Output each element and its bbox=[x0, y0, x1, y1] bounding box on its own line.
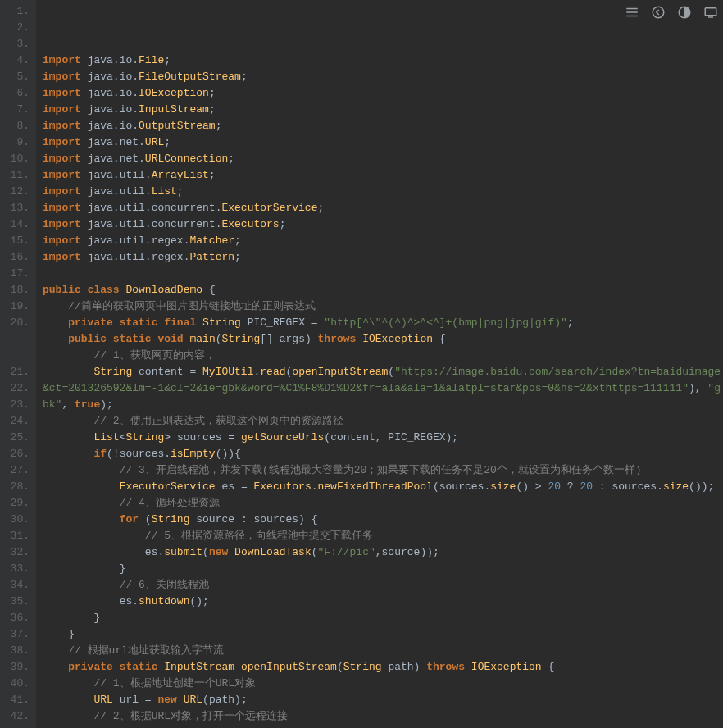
code-line[interactable]: import java.util.concurrent.Executors; bbox=[43, 216, 723, 233]
screen-icon[interactable] bbox=[703, 5, 718, 25]
code-line[interactable]: URLConnection conn = url.openConnection(… bbox=[43, 725, 723, 728]
svg-point-0 bbox=[653, 7, 664, 18]
code-editor: 1.2.3.4.5.6.7.8.9.10.11.12.13.14.15.16.1… bbox=[0, 0, 723, 728]
code-line[interactable]: import java.util.ArrayList; bbox=[43, 167, 723, 184]
code-line[interactable]: private static InputStream openInputStre… bbox=[43, 659, 723, 676]
code-line[interactable]: //简单的获取网页中图片图片链接地址的正则表达式 bbox=[43, 298, 723, 315]
back-icon[interactable] bbox=[651, 5, 666, 25]
code-line[interactable]: URL url = new URL(path); bbox=[43, 692, 723, 708]
code-line[interactable]: for (String source : sources) { bbox=[43, 512, 723, 528]
code-line[interactable]: import java.io.IOException; bbox=[43, 85, 723, 102]
code-line[interactable]: ExecutorService es = Executors.newFixedT… bbox=[43, 479, 723, 495]
code-line[interactable]: // 3、开启线程池，并发下载(线程池最大容量为20；如果要下载的任务不足20个… bbox=[43, 462, 723, 479]
code-line[interactable]: // 2、使用正则表达式，获取这个网页中的资源路径 bbox=[43, 413, 723, 430]
code-line[interactable]: import java.util.concurrent.ExecutorServ… bbox=[43, 200, 723, 216]
code-area[interactable]: import java.io.File;import java.io.FileO… bbox=[36, 0, 723, 728]
code-line[interactable]: if(!sources.isEmpty()){ bbox=[43, 446, 723, 462]
code-line[interactable]: // 4、循环处理资源 bbox=[43, 495, 723, 512]
code-line[interactable]: // 1、获取网页的内容， bbox=[43, 348, 723, 364]
code-line[interactable]: import java.io.OutputStream; bbox=[43, 118, 723, 134]
code-line[interactable]: // 2、根据URL对象，打开一个远程连接 bbox=[43, 708, 723, 725]
code-line[interactable]: es.submit(new DownLoadTask("F://pic",sou… bbox=[43, 544, 723, 561]
code-line[interactable] bbox=[43, 266, 723, 282]
code-line[interactable]: // 1、根据地址创建一个URL对象 bbox=[43, 676, 723, 692]
code-line[interactable]: // 6、关闭线程池 bbox=[43, 577, 723, 594]
code-line[interactable]: import java.util.regex.Matcher; bbox=[43, 233, 723, 249]
list-icon[interactable] bbox=[625, 5, 639, 25]
code-line[interactable]: } bbox=[43, 561, 723, 577]
code-line[interactable]: import java.io.File; bbox=[43, 52, 723, 69]
code-line[interactable]: import java.util.List; bbox=[43, 184, 723, 200]
code-line[interactable]: import java.util.regex.Pattern; bbox=[43, 249, 723, 266]
code-line[interactable]: // 根据url地址获取输入字节流 bbox=[43, 643, 723, 659]
code-line[interactable]: List<String> sources = getSourceUrls(con… bbox=[43, 430, 723, 446]
contrast-icon[interactable] bbox=[677, 5, 692, 25]
code-line[interactable]: import java.net.URLConnection; bbox=[43, 151, 723, 167]
editor-toolbar bbox=[625, 5, 718, 25]
code-line[interactable]: private static final String PIC_REGEX = … bbox=[43, 315, 723, 331]
code-line[interactable]: } bbox=[43, 626, 723, 643]
code-line[interactable]: // 5、根据资源路径，向线程池中提交下载任务 bbox=[43, 528, 723, 544]
code-line[interactable]: es.shutdown(); bbox=[43, 594, 723, 610]
svg-rect-2 bbox=[705, 8, 716, 16]
code-line[interactable]: import java.io.FileOutputStream; bbox=[43, 69, 723, 85]
code-line[interactable]: public static void main(String[] args) t… bbox=[43, 331, 723, 348]
code-line[interactable]: } bbox=[43, 610, 723, 626]
line-gutter: 1.2.3.4.5.6.7.8.9.10.11.12.13.14.15.16.1… bbox=[0, 0, 36, 728]
code-line[interactable]: public class DownloadDemo { bbox=[43, 282, 723, 298]
code-line[interactable]: import java.io.InputStream; bbox=[43, 102, 723, 118]
code-line[interactable]: import java.net.URL; bbox=[43, 134, 723, 151]
code-line[interactable]: String content = MyIOUtil.read(openInput… bbox=[43, 364, 723, 413]
